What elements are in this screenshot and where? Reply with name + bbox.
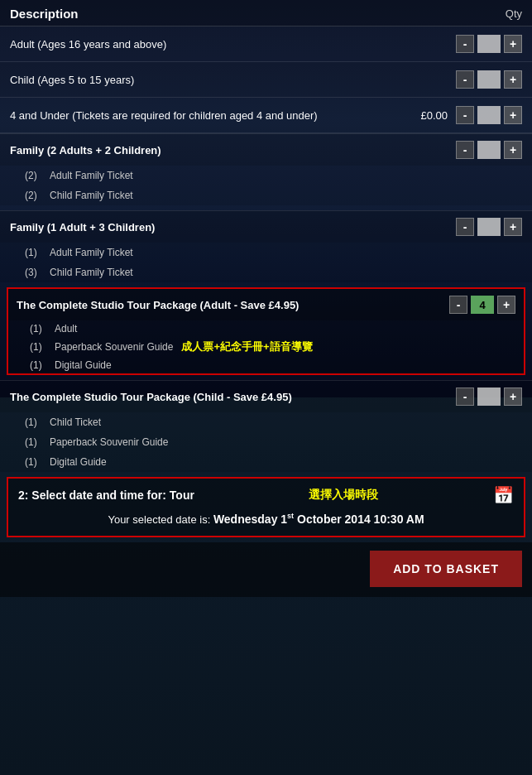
family2-sub-label-1: Child Family Ticket (50, 190, 133, 201)
family2-sub-qty-0: (2) (25, 170, 50, 181)
family2-sub-qty-1: (2) (25, 190, 50, 201)
package-child-header: The Complete Studio Tour Package (Child … (0, 380, 532, 412)
adult-ticket-row: Adult (Ages 16 years and above) - + (0, 26, 532, 62)
adult-qty-input[interactable] (477, 35, 501, 53)
package-child-title: The Complete Studio Tour Package (Child … (10, 391, 456, 403)
adult-ticket-label: Adult (Ages 16 years and above) (10, 38, 456, 51)
family2-minus-btn[interactable]: - (456, 141, 474, 159)
package-adult-sub-2: (1) Digital Guide (8, 357, 524, 373)
package-child-qty-input[interactable] (477, 388, 501, 406)
package-adult-minus-btn[interactable]: - (449, 296, 467, 314)
package-child-sub-2: (1) Digital Guide (0, 452, 532, 472)
family2-plus-btn[interactable]: + (504, 141, 522, 159)
package-child-sub-1: (1) Paperback Souvenir Guide (0, 432, 532, 452)
add-to-basket-button[interactable]: ADD TO BASKET (370, 551, 522, 587)
package-child-sub-qty-0: (1) (25, 416, 50, 428)
family1-qty-control: - + (456, 218, 522, 236)
under4-minus-btn[interactable]: - (456, 106, 474, 124)
package-adult-box: The Complete Studio Tour Package (Adult … (7, 287, 525, 375)
package-adult-qty-control: - 4 + (449, 296, 515, 314)
package-child-sub-0: (1) Child Ticket (0, 412, 532, 432)
package-child-sub-qty-1: (1) (25, 436, 50, 448)
package-adult-sub-qty-1: (1) (30, 341, 55, 353)
package-adult-plus-btn[interactable]: + (497, 296, 515, 314)
family1-sub-row-0: (1) Adult Family Ticket (0, 243, 532, 262)
package-adult-sub-qty-0: (1) (30, 323, 55, 335)
qty-heading: Qty (506, 7, 522, 20)
family1-sub-label-1: Child Family Ticket (50, 267, 133, 278)
family1-title: Family (1 Adult + 3 Children) (10, 221, 456, 233)
calendar-icon[interactable]: 📅 (493, 485, 514, 505)
package-adult-sub-label-1: Paperback Souvenir Guide (55, 341, 173, 353)
package-child-plus-btn[interactable]: + (504, 388, 522, 406)
family1-sub-qty-0: (1) (25, 247, 50, 258)
family1-sub-qty-1: (3) (25, 267, 50, 278)
family2-title: Family (2 Adults + 2 Children) (10, 144, 456, 156)
package-adult-sub-label-2: Digital Guide (55, 359, 112, 371)
date-annotation: 選擇入場時段 (309, 488, 378, 503)
under4-plus-btn[interactable]: + (504, 106, 522, 124)
date-time-box: 2: Select date and time for: Tour 選擇入場時段… (7, 477, 525, 537)
family2-sub-row-0: (2) Adult Family Ticket (0, 166, 532, 185)
family2-qty-control: - + (456, 141, 522, 159)
child-plus-btn[interactable]: + (504, 70, 522, 89)
date-header: 2: Select date and time for: Tour 選擇入場時段… (18, 485, 514, 505)
package-child-sub-label-0: Child Ticket (50, 416, 101, 428)
package-child-sub-label-1: Paperback Souvenir Guide (50, 436, 168, 448)
package-adult-sub-qty-2: (1) (30, 359, 55, 371)
child-qty-input[interactable] (477, 70, 501, 89)
family2-header-row: Family (2 Adults + 2 Children) - + (0, 133, 532, 166)
adult-qty-control: - + (456, 35, 522, 53)
package-adult-sub-1: (1) Paperback Souvenir Guide 成人票+紀念手冊+語音… (8, 337, 524, 357)
package-child-sub-label-2: Digital Guide (50, 456, 107, 468)
package-child-sub-qty-2: (1) (25, 456, 50, 468)
family2-qty-input[interactable] (477, 141, 501, 159)
family1-sub-row-1: (3) Child Family Ticket (0, 262, 532, 282)
adult-plus-btn[interactable]: + (504, 35, 522, 53)
package-adult-qty-val[interactable]: 4 (471, 296, 494, 314)
under4-qty-input[interactable] (477, 106, 501, 124)
main-container: Description Qty Adult (Ages 16 years and… (0, 0, 532, 597)
family1-plus-btn[interactable]: + (504, 218, 522, 236)
package-child-minus-btn[interactable]: - (456, 388, 474, 406)
under4-qty-control: - + (456, 106, 522, 124)
basket-btn-container: ADD TO BASKET (0, 542, 532, 597)
family1-minus-btn[interactable]: - (456, 218, 474, 236)
package-adult-annotation: 成人票+紀念手冊+語音導覽 (181, 339, 312, 354)
package-adult-title: The Complete Studio Tour Package (Adult … (17, 299, 449, 311)
under4-price: £0.00 (420, 109, 448, 122)
under4-ticket-label: 4 and Under (Tickets are required for ch… (10, 109, 420, 122)
child-ticket-label: Child (Ages 5 to 15 years) (10, 74, 456, 86)
package-adult-sub-label-0: Adult (55, 323, 77, 335)
adult-minus-btn[interactable]: - (456, 35, 474, 53)
family2-sub-label-0: Adult Family Ticket (50, 170, 133, 181)
family1-qty-input[interactable] (477, 218, 501, 236)
date-section-label: 2: Select date and time for: Tour (18, 489, 194, 502)
package-adult-sub-0: (1) Adult (8, 320, 524, 337)
description-heading: Description (10, 7, 79, 21)
child-qty-control: - + (456, 70, 522, 89)
table-header: Description Qty (0, 0, 532, 26)
family2-sub-row-1: (2) Child Family Ticket (0, 185, 532, 205)
family1-sub-label-0: Adult Family Ticket (50, 247, 133, 258)
date-selected-display: Your selected date is: Wednesday 1st Oct… (18, 508, 514, 529)
family1-header-row: Family (1 Adult + 3 Children) - + (0, 210, 532, 243)
date-selected-prefix: Your selected date is: (108, 513, 210, 526)
date-selected-date: Wednesday 1st October 2014 10:30 AM (213, 513, 424, 526)
package-child-qty-control: - + (456, 388, 522, 406)
child-minus-btn[interactable]: - (456, 70, 474, 89)
package-adult-header: The Complete Studio Tour Package (Adult … (8, 289, 524, 320)
package-child-section: The Complete Studio Tour Package (Child … (0, 380, 532, 472)
under4-ticket-row: 4 and Under (Tickets are required for ch… (0, 98, 532, 133)
child-ticket-row: Child (Ages 5 to 15 years) - + (0, 62, 532, 98)
